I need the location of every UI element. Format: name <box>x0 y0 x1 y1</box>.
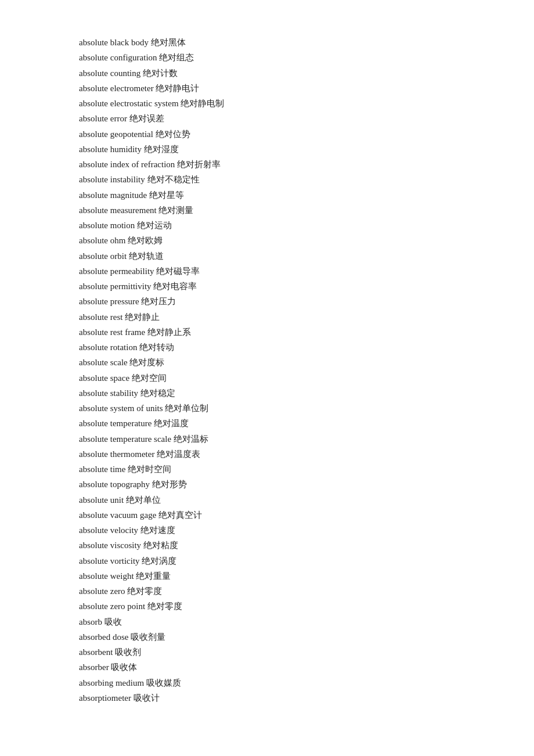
entry-english: absolute permittivity <box>79 282 151 291</box>
list-item: absolute geopotential 绝对位势 <box>79 127 455 142</box>
entry-chinese: 绝对单位 <box>126 495 161 505</box>
entry-chinese: 吸收体 <box>111 663 137 672</box>
list-item: absolute viscosity 绝对粘度 <box>79 538 455 553</box>
list-item: absolute rest frame 绝对静止系 <box>79 325 455 340</box>
entry-chinese: 绝对测量 <box>158 206 193 215</box>
entry-chinese: 绝对磁导率 <box>156 267 200 276</box>
entry-chinese: 吸收剂量 <box>131 632 165 642</box>
entry-chinese: 绝对压力 <box>141 297 176 306</box>
entry-english: absolute magnitude <box>79 190 147 200</box>
entry-english: absolute rest <box>79 312 122 322</box>
list-item: absolute humidity 绝对湿度 <box>79 142 455 157</box>
list-item: absolute system of units 绝对单位制 <box>79 401 455 416</box>
entry-chinese: 绝对欧姆 <box>128 236 163 245</box>
entry-english: absolute space <box>79 373 129 383</box>
entry-english: absolute topography <box>79 480 150 489</box>
list-item: absolute time 绝对时空间 <box>79 462 455 477</box>
entry-english: absorber <box>79 663 109 672</box>
list-item: absolute zero 绝对零度 <box>79 584 455 599</box>
entry-english: absolute stability <box>79 388 138 398</box>
entry-english: absorbing medium <box>79 678 144 687</box>
list-item: absolute thermometer 绝对温度表 <box>79 447 455 462</box>
list-item: absolute scale 绝对度标 <box>79 355 455 370</box>
entry-english: absorb <box>79 617 102 627</box>
entry-chinese: 吸收剂 <box>115 647 141 657</box>
entry-english: absolute temperature scale <box>79 434 171 444</box>
entry-chinese: 绝对真空计 <box>158 510 202 520</box>
entry-english: absolute black body <box>79 38 149 47</box>
entry-english: absolute ohm <box>79 236 125 245</box>
entry-english: absolute rest frame <box>79 327 145 337</box>
entry-chinese: 绝对静电计 <box>156 84 199 93</box>
list-item: absolute velocity 绝对速度 <box>79 523 455 538</box>
entry-english: absolute weight <box>79 571 134 581</box>
list-item: absorbing medium 吸收媒质 <box>79 675 455 690</box>
list-item: absolute error 绝对误差 <box>79 111 455 126</box>
entry-chinese: 绝对星等 <box>149 190 184 200</box>
entry-chinese: 绝对静止 <box>125 312 160 322</box>
entry-english: absolute counting <box>79 69 140 78</box>
entries-list: absolute black body 绝对黑体absolute configu… <box>79 35 455 705</box>
entry-chinese: 绝对黑体 <box>151 38 186 47</box>
entry-chinese: 绝对湿度 <box>144 145 179 154</box>
list-item: absolute space 绝对空间 <box>79 370 455 386</box>
entry-chinese: 绝对运动 <box>137 221 172 230</box>
entry-english: absolute instability <box>79 175 145 184</box>
entry-english: absolute vorticity <box>79 556 140 566</box>
entry-english: absolute zero point <box>79 602 145 611</box>
entry-chinese: 绝对温度 <box>154 419 189 428</box>
list-item: absolute black body 绝对黑体 <box>79 35 455 50</box>
entry-english: absolute velocity <box>79 525 138 535</box>
list-item: absorber 吸收体 <box>79 660 455 675</box>
list-item: absolute zero point 绝对零度 <box>79 599 455 614</box>
list-item: absolute motion 绝对运动 <box>79 218 455 233</box>
entry-chinese: 绝对稳定 <box>140 388 175 398</box>
entry-chinese: 绝对速度 <box>140 525 175 535</box>
entry-english: absolute permeability <box>79 267 154 276</box>
entry-chinese: 绝对单位制 <box>165 404 208 413</box>
list-item: absolute temperature scale 绝对温标 <box>79 431 455 447</box>
list-item: absolute electrostatic system 绝对静电制 <box>79 96 455 111</box>
list-item: absolute topography 绝对形势 <box>79 477 455 492</box>
entry-english: absolute vacuum gage <box>79 510 156 520</box>
entry-english: absolute electrometer <box>79 84 154 93</box>
entry-english: absolute orbit <box>79 251 127 261</box>
list-item: absorbent 吸收剂 <box>79 645 455 660</box>
entry-english: absolute time <box>79 465 125 474</box>
entry-chinese: 绝对涡度 <box>142 556 176 566</box>
list-item: absolute configuration 绝对组态 <box>79 50 455 65</box>
entry-english: absolute temperature <box>79 419 151 428</box>
entry-chinese: 绝对转动 <box>139 343 174 352</box>
entry-english: absorbed dose <box>79 632 128 642</box>
list-item: absorbed dose 吸收剂量 <box>79 629 455 645</box>
entry-chinese: 绝对不稳定性 <box>147 175 200 184</box>
entry-english: absolute system of units <box>79 404 163 413</box>
entry-english: absolute index of refraction <box>79 160 175 169</box>
entry-chinese: 绝对静止系 <box>147 327 191 337</box>
entry-chinese: 绝对重量 <box>136 571 171 581</box>
entry-english: absolute humidity <box>79 145 142 154</box>
entry-chinese: 绝对形势 <box>152 480 187 489</box>
entry-english: absolute thermometer <box>79 449 154 459</box>
entry-chinese: 绝对度标 <box>129 358 164 367</box>
entry-english: absolute rotation <box>79 343 137 352</box>
entry-english: absolute electrostatic system <box>79 99 179 108</box>
list-item: absorb 吸收 <box>79 614 455 629</box>
list-item: absolute rotation 绝对转动 <box>79 340 455 355</box>
entry-chinese: 绝对折射率 <box>177 160 221 169</box>
entry-english: absolute viscosity <box>79 541 141 550</box>
list-item: absolute index of refraction 绝对折射率 <box>79 157 455 172</box>
entry-english: absolute unit <box>79 495 124 505</box>
list-item: absolute instability 绝对不稳定性 <box>79 172 455 187</box>
entry-chinese: 绝对粘度 <box>143 541 178 550</box>
entry-chinese: 绝对时空间 <box>128 465 171 474</box>
list-item: absolute stability 绝对稳定 <box>79 386 455 401</box>
entry-chinese: 吸收 <box>104 617 122 627</box>
entry-chinese: 绝对静电制 <box>181 99 224 108</box>
entry-chinese: 绝对位势 <box>156 129 190 139</box>
entry-english: absolute measurement <box>79 206 157 215</box>
entry-chinese: 绝对空间 <box>132 373 167 383</box>
entry-english: absolute error <box>79 114 127 123</box>
list-item: absolute vacuum gage 绝对真空计 <box>79 507 455 523</box>
entry-english: absolute scale <box>79 358 128 367</box>
